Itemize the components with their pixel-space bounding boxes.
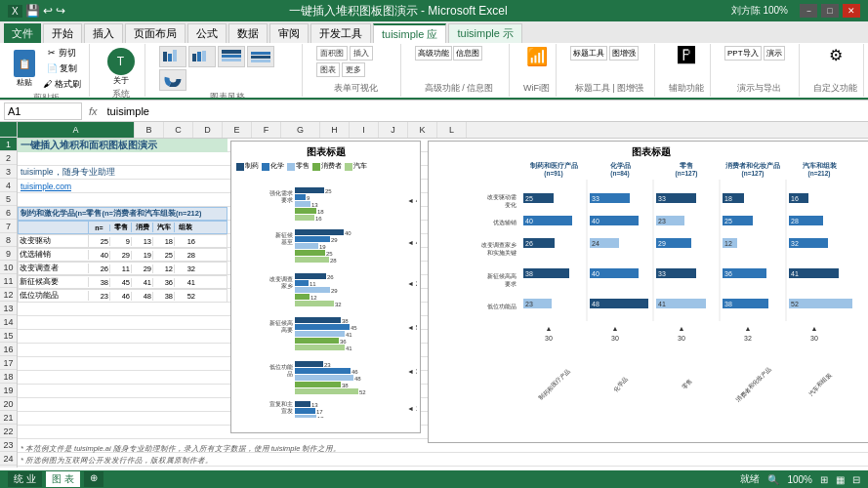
svg-text:▲: ▲ xyxy=(679,325,685,332)
row-1-content: 一键插入堆积和面积图板图演示 xyxy=(18,139,227,152)
btn-m1[interactable]: 面积图 xyxy=(316,46,348,61)
svg-text:▲: ▲ xyxy=(745,325,752,332)
chart-style-3[interactable] xyxy=(218,46,245,67)
dr1-v1: 25 xyxy=(89,237,110,246)
assist-label: 辅助功能 xyxy=(669,82,704,95)
sheet-tab-1[interactable]: 统 业 xyxy=(8,471,42,487)
ribbon-group-more1: 面积图 插入 图表 更多 表单可视化 xyxy=(310,44,401,97)
svg-text:新征候高高: 新征候高高 xyxy=(487,272,517,279)
tab-data[interactable]: 数据 xyxy=(228,23,268,43)
close-button[interactable]: ✕ xyxy=(843,4,860,18)
maximize-button[interactable]: □ xyxy=(821,4,839,18)
col-j: J xyxy=(379,122,408,138)
undo-icon[interactable]: ↩ xyxy=(43,4,53,18)
spreadsheet: 1 2 3 4 5 6 7 8 9 10 11 12 13 14 15 16 1… xyxy=(0,122,868,468)
about-button[interactable]: T 关于 xyxy=(103,46,139,88)
legend-2-color xyxy=(262,163,269,171)
paste-label: 粘贴 xyxy=(17,77,32,88)
tab-tuisimple2[interactable]: tuisimple 示 xyxy=(448,23,521,43)
svg-text:16: 16 xyxy=(315,216,322,222)
note-2: * 所选例图为互联网公开发发行作品，版权属原制作者。 xyxy=(21,456,425,466)
view-page-icon[interactable]: ⊟ xyxy=(852,474,860,485)
svg-text:◄ 35: ◄ 35 xyxy=(407,368,417,375)
paste-button[interactable]: 📋 粘贴 xyxy=(10,48,39,90)
svg-text:38: 38 xyxy=(724,301,732,307)
chart-style-1[interactable] xyxy=(159,46,186,67)
svg-text:9: 9 xyxy=(307,195,310,201)
svg-text:26: 26 xyxy=(327,274,334,280)
main-heading: 一键插入堆积和面积图板图演示 xyxy=(18,140,157,152)
chart-style-2[interactable] xyxy=(188,46,216,67)
svg-text:23: 23 xyxy=(658,218,666,224)
sheet-add-button[interactable]: ⊕ xyxy=(84,471,103,487)
tool-btn2[interactable]: 图增强 xyxy=(609,46,639,61)
row-1: 1 xyxy=(0,138,17,151)
tab-insert[interactable]: 插入 xyxy=(84,23,123,43)
svg-text:38: 38 xyxy=(342,318,349,324)
view-normal-icon[interactable]: ⊞ xyxy=(820,474,828,485)
svg-rect-0 xyxy=(163,52,167,61)
btn-m3[interactable]: 图表 xyxy=(316,62,340,77)
wifi-btn[interactable]: 📶 xyxy=(526,46,548,67)
tab-developer[interactable]: 开发工具 xyxy=(310,23,371,43)
ppt-btn[interactable]: PPT导入 xyxy=(724,46,762,61)
tab-tuisimple1[interactable]: tuisimple 应 xyxy=(373,23,446,43)
dr2-label: 优选辅销 xyxy=(19,250,89,260)
custom-btn[interactable]: ⚙ xyxy=(829,46,843,64)
col-header-5: 汽车和组装(n=212) xyxy=(787,162,851,178)
svg-text:16: 16 xyxy=(791,195,799,202)
legend-3-label: 零售 xyxy=(296,162,310,171)
svg-rect-8 xyxy=(222,59,241,61)
svg-text:41: 41 xyxy=(346,332,352,338)
chart-style-5[interactable] xyxy=(159,69,186,91)
status-ready: 就绪 xyxy=(740,472,760,486)
sheet-tab-2[interactable]: 图 表 xyxy=(46,471,80,487)
ppt2-btn[interactable]: 演示 xyxy=(764,46,785,61)
svg-text:18: 18 xyxy=(317,209,324,215)
adv-btn1[interactable]: 高级功能 xyxy=(415,46,452,61)
tab-home[interactable]: 开始 xyxy=(43,23,82,43)
link[interactable]: tuisimple.com xyxy=(18,182,71,191)
svg-rect-31 xyxy=(295,243,318,249)
table-title: 制约和激化学品(n=零售(n=消费者和汽车组装(n=212) xyxy=(19,209,201,219)
tab-formulas[interactable]: 公式 xyxy=(187,23,227,43)
save-icon[interactable]: 💾 xyxy=(25,4,40,18)
svg-rect-43 xyxy=(295,280,309,286)
row-17: 17 xyxy=(0,356,17,370)
adv-btn2[interactable]: 信息图 xyxy=(453,46,482,61)
chart-2-container: 图表标题 制药和医疗产品(n=91) 化学品(n=84) 零售(n=127) 消… xyxy=(428,141,868,443)
chart-style-4[interactable] xyxy=(247,46,274,67)
cut-button[interactable]: ✂ 剪切 xyxy=(41,46,83,61)
minimize-button[interactable]: － xyxy=(800,4,817,18)
btn-m4[interactable]: 更多 xyxy=(342,62,365,77)
svg-rect-1 xyxy=(168,54,172,61)
format-painter-button[interactable]: 🖌 格式刷 xyxy=(41,77,83,92)
legend-4-color xyxy=(312,163,320,171)
name-box[interactable] xyxy=(4,102,82,120)
svg-rect-6 xyxy=(222,50,241,54)
svg-text:宣复和主: 宣复和主 xyxy=(269,400,293,407)
dr4-v3: 41 xyxy=(132,278,153,287)
row-16: 16 xyxy=(0,343,17,356)
assist-btn[interactable]: 🅿 xyxy=(678,46,695,66)
tool-btn1[interactable]: 标题工具 xyxy=(570,46,607,61)
tab-file[interactable]: 文件 xyxy=(4,23,41,43)
present-label: 演示与导出 xyxy=(737,82,781,95)
dr3-v1: 26 xyxy=(89,264,110,273)
formula-input[interactable] xyxy=(104,102,864,120)
chartstyle-label: 图表风格 xyxy=(210,91,245,100)
svg-rect-46 xyxy=(295,301,334,306)
btn-m2[interactable]: 插入 xyxy=(350,46,373,61)
tab-review[interactable]: 审阅 xyxy=(269,23,309,43)
dr4-v2: 45 xyxy=(110,278,132,287)
view-layout-icon[interactable]: ▦ xyxy=(836,474,845,485)
svg-rect-29 xyxy=(295,229,344,235)
svg-text:32: 32 xyxy=(335,302,342,307)
copy-button[interactable]: 📄 复制 xyxy=(41,61,83,76)
legend-5: 汽车 xyxy=(345,162,367,171)
tools-label: 标题工具 | 图增强 xyxy=(575,82,643,95)
redo-icon[interactable]: ↪ xyxy=(56,4,65,18)
tab-pagelayout[interactable]: 页面布局 xyxy=(125,23,186,43)
system-buttons: T 关于 xyxy=(103,46,139,88)
data-row-3: 改变调查者 26 11 29 12 32 xyxy=(18,262,227,275)
